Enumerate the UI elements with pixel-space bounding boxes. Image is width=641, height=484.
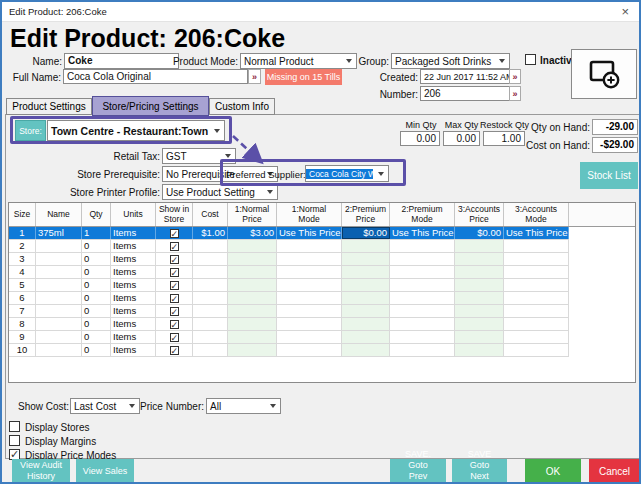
grid-cell-m2[interactable]: [390, 240, 455, 252]
grid-cell-m1[interactable]: [277, 344, 342, 356]
grid-cell-m2[interactable]: [390, 292, 455, 304]
grid-cell-units[interactable]: Items: [111, 318, 156, 330]
grid-header-p2[interactable]: 2:Premium Price: [342, 203, 390, 226]
grid-cell-m2[interactable]: [390, 344, 455, 356]
grid-cell-qty[interactable]: 0: [82, 305, 111, 317]
group-select[interactable]: Packaged Soft Drinks: [391, 53, 510, 69]
grid-cell-cost[interactable]: [193, 344, 228, 356]
show-in-store-checkbox[interactable]: [170, 255, 179, 264]
show-in-store-checkbox[interactable]: [170, 346, 179, 355]
grid-row-5[interactable]: 50Items: [9, 279, 569, 292]
grid-cell-m1[interactable]: [277, 279, 342, 291]
grid-cell-cost[interactable]: $1.00: [193, 227, 228, 239]
grid-cell-name[interactable]: [36, 279, 82, 291]
grid-cell-m3[interactable]: [504, 279, 569, 291]
grid-cell-p1[interactable]: [228, 318, 277, 330]
grid-cell-show_in_store[interactable]: [156, 305, 193, 317]
grid-cell-m2[interactable]: [390, 318, 455, 330]
show-in-store-checkbox[interactable]: [170, 229, 179, 238]
store-chip-label[interactable]: Store:: [15, 120, 46, 141]
tab-store-pricing-settings[interactable]: Store/Pricing Settings: [92, 96, 209, 116]
save-goto-prev-button[interactable]: SAVE. Goto Prev Product: [390, 459, 446, 483]
grid-cell-qty[interactable]: 0: [82, 292, 111, 304]
grid-row-7[interactable]: 70Items: [9, 305, 569, 318]
show-in-store-checkbox[interactable]: [170, 268, 179, 277]
grid-cell-m2[interactable]: [390, 305, 455, 317]
grid-cell-p1[interactable]: [228, 279, 277, 291]
grid-cell-units[interactable]: Items: [111, 279, 156, 291]
tab-product-settings[interactable]: Product Settings: [6, 98, 92, 115]
grid-cell-p2[interactable]: [342, 318, 390, 330]
grid-cell-m3[interactable]: Use This Price: [504, 227, 569, 239]
grid-cell-qty[interactable]: 0: [82, 344, 111, 356]
grid-header-units[interactable]: Units: [111, 203, 156, 226]
grid-cell-p1[interactable]: [228, 305, 277, 317]
grid-cell-units[interactable]: Items: [111, 253, 156, 265]
grid-cell-qty[interactable]: 0: [82, 266, 111, 278]
inactive-checkbox[interactable]: [525, 54, 536, 65]
view-audit-history-button[interactable]: View Audit History: [12, 459, 70, 483]
grid-cell-units[interactable]: Items: [111, 344, 156, 356]
grid-cell-units[interactable]: Items: [111, 240, 156, 252]
retail-tax-select[interactable]: GST: [162, 148, 236, 164]
copy-product-button[interactable]: [571, 49, 637, 99]
grid-cell-p1[interactable]: [228, 266, 277, 278]
created-input[interactable]: 22 Jun 2017 11:52 AM: [420, 69, 510, 84]
show-in-store-checkbox[interactable]: [170, 294, 179, 303]
grid-cell-units[interactable]: Items: [111, 227, 156, 239]
grid-cell-p1[interactable]: [228, 240, 277, 252]
grid-cell-p2[interactable]: [342, 331, 390, 343]
min-qty-input[interactable]: 0.00: [400, 131, 440, 146]
show-in-store-checkbox[interactable]: [170, 307, 179, 316]
grid-cell-m3[interactable]: [504, 331, 569, 343]
grid-cell-size[interactable]: 5: [9, 279, 36, 291]
grid-cell-qty[interactable]: 0: [82, 318, 111, 330]
grid-cell-cost[interactable]: [193, 318, 228, 330]
grid-cell-m3[interactable]: [504, 266, 569, 278]
show-cost-select[interactable]: Last Cost: [70, 398, 140, 414]
display-stores-checkbox[interactable]: [9, 421, 20, 432]
grid-cell-cost[interactable]: [193, 305, 228, 317]
grid-header-m1[interactable]: 1:Normal Mode: [277, 203, 342, 226]
grid-cell-p3[interactable]: [455, 344, 504, 356]
grid-cell-qty[interactable]: 0: [82, 279, 111, 291]
ok-button[interactable]: OK: [525, 459, 581, 483]
grid-cell-m3[interactable]: [504, 240, 569, 252]
grid-cell-name[interactable]: [36, 344, 82, 356]
grid-row-2[interactable]: 20Items: [9, 240, 569, 253]
grid-header-qty[interactable]: Qty: [82, 203, 111, 226]
grid-cell-p2[interactable]: [342, 240, 390, 252]
tab-custom-info[interactable]: Custom Info: [209, 98, 275, 115]
grid-cell-m1[interactable]: [277, 266, 342, 278]
show-in-store-checkbox[interactable]: [170, 320, 179, 329]
grid-cell-size[interactable]: 1: [9, 227, 36, 239]
grid-cell-cost[interactable]: [193, 240, 228, 252]
grid-cell-m1[interactable]: [277, 253, 342, 265]
product-mode-select[interactable]: Normal Product: [240, 53, 357, 69]
grid-cell-cost[interactable]: [193, 266, 228, 278]
grid-cell-p1[interactable]: [228, 344, 277, 356]
grid-cell-show_in_store[interactable]: [156, 331, 193, 343]
grid-row-1[interactable]: 1375ml1Items$1.00$3.00Use This Price$0.0…: [9, 227, 569, 240]
grid-cell-m3[interactable]: [504, 292, 569, 304]
grid-cell-cost[interactable]: [193, 331, 228, 343]
full-name-input[interactable]: Coca Cola Original: [63, 69, 248, 84]
grid-cell-m1[interactable]: [277, 331, 342, 343]
grid-cell-p2[interactable]: $0.00: [342, 227, 390, 239]
grid-cell-m1[interactable]: Use This Price: [277, 227, 342, 239]
grid-cell-p1[interactable]: [228, 253, 277, 265]
grid-cell-m2[interactable]: Use This Price: [390, 227, 455, 239]
grid-row-9[interactable]: 90Items: [9, 331, 569, 344]
grid-cell-p1[interactable]: [228, 292, 277, 304]
number-jump-button[interactable]: »: [509, 86, 521, 101]
grid-cell-size[interactable]: 2: [9, 240, 36, 252]
show-in-store-checkbox[interactable]: [170, 281, 179, 290]
max-qty-input[interactable]: 0.00: [443, 131, 480, 146]
grid-cell-p2[interactable]: [342, 279, 390, 291]
grid-cell-size[interactable]: 4: [9, 266, 36, 278]
grid-cell-p3[interactable]: [455, 279, 504, 291]
grid-cell-p2[interactable]: [342, 266, 390, 278]
grid-cell-qty[interactable]: 0: [82, 253, 111, 265]
view-sales-button[interactable]: View Sales: [76, 459, 134, 483]
grid-cell-cost[interactable]: [193, 253, 228, 265]
